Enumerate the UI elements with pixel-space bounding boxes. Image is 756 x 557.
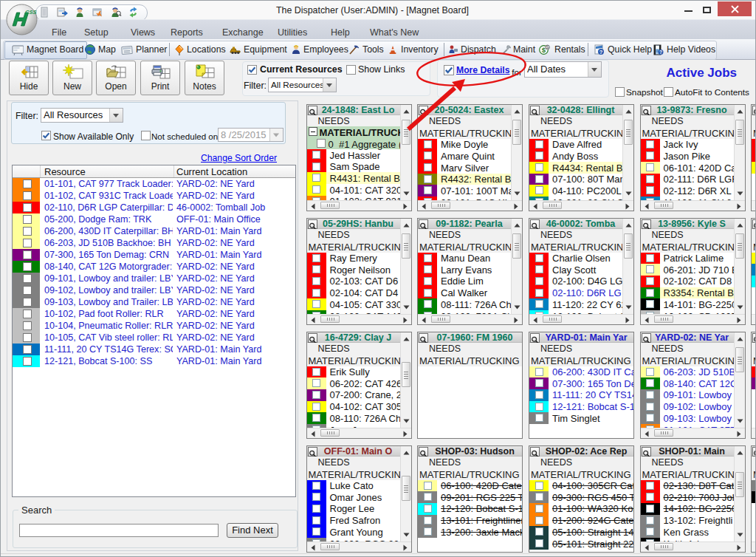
svg-text:CSS: CSS xyxy=(25,9,36,16)
svg-text:S: S xyxy=(546,44,549,49)
svg-text:?: ? xyxy=(599,49,603,55)
svg-text:?: ? xyxy=(659,49,662,55)
